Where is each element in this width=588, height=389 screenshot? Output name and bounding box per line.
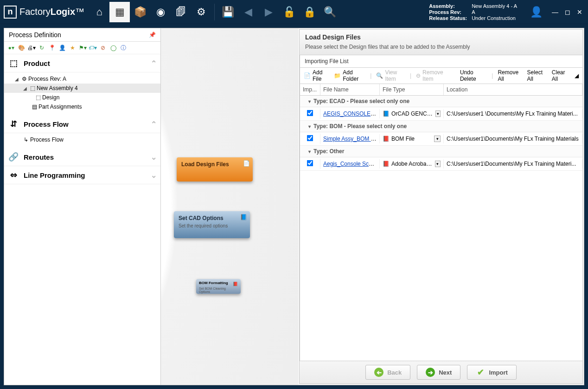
row-ecad[interactable]: AEGIS_CONSOLE(mo... 📘OrCAD GENCAD File▾ … xyxy=(300,107,582,121)
cell-filetype[interactable]: 📕Adobe Acrobat Doc▾ xyxy=(380,159,444,169)
flag-icon[interactable]: ⚑▾ xyxy=(78,44,87,52)
col-filetype[interactable]: File Type xyxy=(380,84,444,95)
import-checkbox[interactable] xyxy=(307,110,313,117)
row-other[interactable]: Aegis_Console Sche... 📕Adobe Acrobat Doc… xyxy=(300,157,582,171)
group-ecad[interactable]: Type: ECAD - Please select only one xyxy=(300,96,582,107)
cell-check[interactable] xyxy=(300,134,320,144)
caret-icon: ◢ xyxy=(13,77,20,82)
mini-toolbar: ●▾ 🎨 🖨▾ ↻ 📍 👤 ★ ⚑▾ 🏷▾ ⊘ ◯ ⓘ xyxy=(4,42,160,54)
report-icon[interactable]: 🗐 xyxy=(171,2,191,22)
cell-filename[interactable]: Simple Assy_BOM w... xyxy=(320,134,380,143)
import-checkbox[interactable] xyxy=(307,135,313,142)
remove-item-label: Remove Item xyxy=(422,69,451,82)
next-label: Next xyxy=(439,369,452,376)
design-icon: ⬚ xyxy=(34,94,42,101)
info-icon[interactable]: ⓘ xyxy=(119,44,128,52)
save-icon[interactable]: 💾 xyxy=(217,2,238,22)
col-location[interactable]: Location xyxy=(444,84,582,95)
filename-link[interactable]: Aegis_Console Sche... xyxy=(323,161,379,167)
refresh-icon[interactable]: ↻ xyxy=(38,44,46,52)
product-tree: ◢ ⚙ Process Rev: A ◢ ⬚ New Assembly 4 ⬚ … xyxy=(4,72,160,115)
grid-edit-icon[interactable]: ▦ xyxy=(109,2,130,22)
next-button[interactable]: ➔ Next xyxy=(417,365,460,380)
lock-icon[interactable]: 🔒 xyxy=(299,2,320,22)
file-grid: Importing File List 📄 Add File 📁 Add Fol… xyxy=(300,55,582,361)
tree-new-assembly[interactable]: ◢ ⬚ New Assembly 4 xyxy=(4,84,160,93)
group-bom[interactable]: Type: BOM - Please select only one xyxy=(300,121,582,132)
logo-mark: n xyxy=(4,6,17,19)
back-button[interactable]: ➔ Back xyxy=(365,365,410,380)
process-definition-panel: Process Definition 📌 ●▾ 🎨 🖨▾ ↻ 📍 👤 ★ ⚑▾ … xyxy=(4,28,161,385)
section-line-programming[interactable]: ⇔ Line Programming ⌄ xyxy=(4,166,160,184)
add-icon[interactable]: ●▾ xyxy=(7,44,15,52)
section-flow-label: Process Flow xyxy=(24,120,69,128)
import-checkbox[interactable] xyxy=(307,160,313,167)
gear-icon[interactable]: ⚙ xyxy=(191,2,211,22)
close-button[interactable]: ✕ xyxy=(577,8,582,16)
app-frame: Process Definition 📌 ●▾ 🎨 🖨▾ ↻ 📍 👤 ★ ⚑▾ … xyxy=(0,24,588,389)
titlebar: n FactoryLogix™ ⌂ ▦ 📦 ◉ 🗐 ⚙ 💾 ◀ ▶ 🔓 🔒 🔍 … xyxy=(0,0,588,24)
tree-design[interactable]: ⬚ Design xyxy=(4,93,160,102)
package-icon[interactable]: 📦 xyxy=(130,2,150,22)
section-process-flow[interactable]: ⇵ Process Flow ⌃ xyxy=(4,115,160,133)
stop-icon[interactable]: ⊘ xyxy=(99,44,107,52)
globe-icon[interactable]: ◉ xyxy=(150,2,171,22)
cell-filename[interactable]: AEGIS_CONSOLE(mo... xyxy=(320,109,380,118)
cell-location: C:\Users\user1\Documents\My FLx Training… xyxy=(444,134,582,143)
section-product[interactable]: ⬚ Product ⌃ xyxy=(4,54,160,72)
cell-filename[interactable]: Aegis_Console Sche... xyxy=(320,159,380,169)
ok-icon[interactable]: ◯ xyxy=(109,44,117,52)
pin2-icon[interactable]: 📍 xyxy=(48,44,56,52)
select-all-button[interactable]: Select All xyxy=(527,69,547,82)
section-reroutes[interactable]: 🔗 Reroutes ⌄ xyxy=(4,148,160,166)
tag-icon[interactable]: 🏷▾ xyxy=(89,44,97,52)
user-icon[interactable]: 👤 xyxy=(530,6,543,18)
action-separator: | xyxy=(370,72,371,79)
nav-fwd-icon[interactable]: ▶ xyxy=(258,2,279,22)
minimize-button[interactable]: — xyxy=(552,8,558,16)
action-separator: | xyxy=(410,72,411,79)
filename-link[interactable]: Simple Assy_BOM w... xyxy=(323,136,379,142)
add-file-button[interactable]: 📄 Add File xyxy=(304,69,329,82)
remove-all-button[interactable]: Remove All xyxy=(498,69,522,82)
tree-flow-item[interactable]: ↳ Process Flow xyxy=(4,135,160,144)
assembly-info: Assembly: New Assembly 4 - A Process Rev… xyxy=(429,3,517,21)
tree-process-rev[interactable]: ◢ ⚙ Process Rev: A xyxy=(4,74,160,84)
print-icon[interactable]: 🖨▾ xyxy=(27,44,36,52)
card-bom-formatting[interactable]: BOM Formatting Set BOM Cleaning Options … xyxy=(196,279,241,294)
tree-process-rev-label: Process Rev: A xyxy=(28,76,66,82)
home-icon[interactable]: ⌂ xyxy=(89,2,109,22)
palette-icon[interactable]: 🎨 xyxy=(17,44,26,52)
col-import[interactable]: Imp... xyxy=(300,84,320,95)
dropdown-icon[interactable]: ▾ xyxy=(435,161,441,167)
dropdown-icon[interactable]: ▾ xyxy=(435,110,441,117)
add-folder-button[interactable]: 📁 Add Folder xyxy=(334,69,365,82)
group-other[interactable]: Type: Other xyxy=(300,146,582,157)
unlock-icon[interactable]: 🔓 xyxy=(279,2,299,22)
card-load-design-files[interactable]: Load Design Files 📄 xyxy=(177,157,253,182)
cell-check[interactable] xyxy=(300,159,320,169)
row-bom[interactable]: Simple Assy_BOM w... 📕BOM File▾ C:\Users… xyxy=(300,132,582,146)
inspect-icon[interactable]: 🔍 xyxy=(320,2,340,22)
person-icon[interactable]: 👤 xyxy=(58,44,66,52)
chevron-down-icon: ⌄ xyxy=(151,171,157,180)
clear-all-button[interactable]: Clear All xyxy=(552,69,570,82)
col-filename[interactable]: File Name xyxy=(320,84,380,95)
cell-filetype[interactable]: 📘OrCAD GENCAD File▾ xyxy=(380,109,444,118)
cell-filetype[interactable]: 📕BOM File▾ xyxy=(380,134,444,143)
star-icon[interactable]: ★ xyxy=(68,44,77,52)
card-set-cad-options[interactable]: Set CAD Options Set the required options… xyxy=(174,211,250,238)
line-icon: ⇔ xyxy=(8,170,19,180)
cell-check[interactable] xyxy=(300,109,320,119)
undo-delete-button[interactable]: Undo Delete xyxy=(460,69,487,82)
dropdown-icon[interactable]: ▾ xyxy=(434,136,441,142)
status-label: Release Status: xyxy=(429,15,467,21)
maximize-button[interactable]: ◻ xyxy=(565,8,570,16)
nav-back-icon[interactable]: ◀ xyxy=(238,2,258,22)
cell-location: C:\Users\user1 \Documents\My FLx Trainin… xyxy=(444,109,582,118)
app-logo: n FactoryLogix™ xyxy=(4,6,84,19)
import-button[interactable]: ✔ Import xyxy=(467,365,516,380)
pin-icon[interactable]: 📌 xyxy=(149,32,156,38)
filename-link[interactable]: AEGIS_CONSOLE(mo... xyxy=(323,110,380,117)
tree-part-assignments[interactable]: ▤ Part Assignments xyxy=(4,102,160,111)
